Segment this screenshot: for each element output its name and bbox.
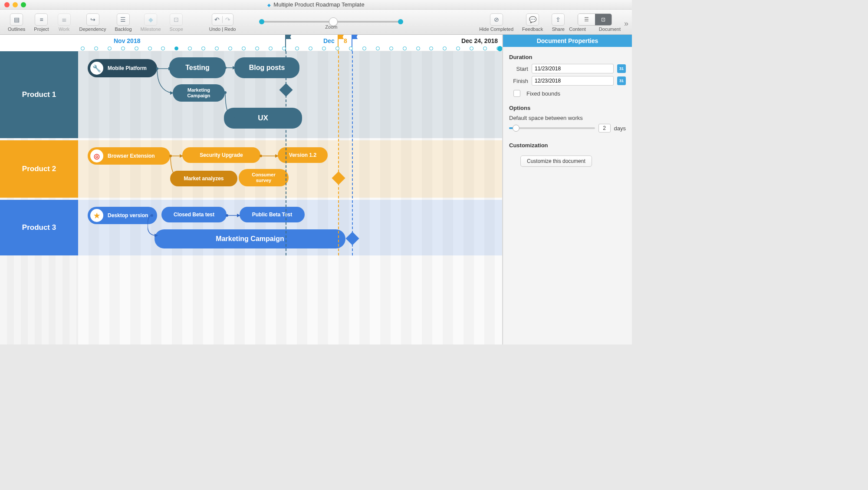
timeline-ticks	[78, 46, 502, 50]
milestone-button[interactable]: ◆Milestone	[136, 13, 165, 32]
timeline-tick[interactable]	[121, 46, 125, 50]
timeline-tick[interactable]	[443, 46, 447, 50]
spacing-label: Default space between works	[509, 115, 626, 121]
maximize-window-icon[interactable]	[21, 2, 26, 7]
hide-completed-button[interactable]: ⊘Hide Completed	[475, 13, 518, 32]
task-blog-posts[interactable]: Blog posts	[234, 57, 299, 78]
task-mobile-platform[interactable]: 🔧 Mobile Platform	[88, 59, 157, 77]
task-browser-extension[interactable]: ◎ Browser Extension	[88, 147, 170, 165]
finish-date-input[interactable]	[532, 76, 614, 86]
zoom-slider[interactable]: Zoom	[253, 15, 409, 30]
timeline-tick[interactable]	[362, 46, 366, 50]
timeline-tick[interactable]	[335, 46, 339, 50]
fixed-bounds-checkbox[interactable]	[513, 90, 520, 97]
scope-icon: ⊡	[170, 13, 183, 26]
timeline-tick[interactable]	[376, 46, 380, 50]
timeline-tick[interactable]	[81, 46, 85, 50]
dependency-button[interactable]: ↪Dependency	[75, 13, 111, 32]
work-icon: ≣	[58, 13, 71, 26]
task-desktop-version[interactable]: ★ Desktop version	[88, 207, 157, 224]
timeline-end-tick[interactable]	[497, 46, 503, 51]
swimlane-product-2[interactable]: Product 2	[0, 140, 78, 198]
timeline-tick[interactable]	[403, 46, 407, 50]
spacing-thumb[interactable]	[513, 125, 519, 132]
backlog-button[interactable]: ☰Backlog	[110, 13, 136, 32]
lane-product-1: 🔧 Mobile Platform Testing Blog posts Mar…	[78, 51, 502, 138]
target-icon: ◎	[90, 149, 103, 162]
timeline-tick[interactable]	[309, 46, 312, 50]
timeline-tick[interactable]	[242, 46, 246, 50]
start-calendar-icon[interactable]: 31	[617, 64, 626, 73]
milestone-flag-blue[interactable]	[352, 35, 358, 43]
timeline-tick[interactable]	[349, 46, 353, 50]
finish-label: Finish	[509, 78, 528, 84]
seg-content[interactable]: ☰	[578, 14, 595, 25]
window-title: Multiple Product Roadmap Template	[0, 1, 632, 8]
task-market-analyzes[interactable]: Market analyzes	[170, 171, 237, 186]
work-button[interactable]: ≣Work	[53, 13, 75, 32]
star-icon: ★	[90, 209, 103, 222]
timeline-tick[interactable]	[94, 46, 98, 50]
timeline-tick[interactable]	[174, 46, 178, 50]
timeline-tick[interactable]	[228, 46, 232, 50]
timeline-tick[interactable]	[161, 46, 165, 50]
milestone-flag-teal[interactable]	[285, 35, 292, 43]
milestone-icon: ◆	[144, 13, 157, 26]
timeline-tick[interactable]	[282, 46, 286, 50]
timeline-tick[interactable]	[135, 46, 138, 50]
timeline-tick[interactable]	[108, 46, 112, 50]
scope-button[interactable]: ⊡Scope	[165, 13, 187, 32]
task-public-beta[interactable]: Public Beta Test	[240, 207, 305, 222]
share-button[interactable]: ⇪Share	[547, 13, 569, 32]
swimlane-product-1[interactable]: Product 1	[0, 51, 78, 138]
task-marketing-campaign-1[interactable]: MarketingCampaign	[173, 84, 225, 102]
timeline-tick[interactable]	[429, 46, 433, 50]
timeline-tick[interactable]	[470, 46, 473, 50]
finish-calendar-icon[interactable]: 31	[617, 76, 626, 85]
feedback-button[interactable]: 💬Feedback	[518, 13, 547, 32]
timeline-tick[interactable]	[483, 46, 487, 50]
task-security-upgrade[interactable]: Security Upgrade	[182, 147, 260, 163]
spacing-unit: days	[614, 125, 626, 132]
overflow-icon[interactable]: »	[624, 19, 628, 28]
timeline-tick[interactable]	[148, 46, 152, 50]
customize-button[interactable]: Customize this document	[520, 156, 592, 167]
zoom-thumb[interactable]	[329, 17, 338, 26]
milestone-flag-orange-label: 8	[344, 37, 347, 44]
task-consumer-survey[interactable]: Consumersurvey	[239, 169, 289, 186]
customization-heading: Customization	[509, 142, 626, 149]
spacing-value[interactable]: 2	[598, 124, 611, 132]
swimlane-labels: Product 1 Product 2 Product 3	[0, 35, 78, 344]
timeline-tick[interactable]	[215, 46, 219, 50]
swimlane-product-3[interactable]: Product 3	[0, 200, 78, 255]
minimize-window-icon[interactable]	[13, 2, 18, 7]
timeline-tick[interactable]	[322, 46, 326, 50]
task-testing[interactable]: Testing	[169, 57, 226, 78]
task-marketing-campaign-3[interactable]: Marketing Campaign	[155, 229, 345, 248]
outlines-button[interactable]: ▤Outlines	[3, 13, 30, 32]
timeline-tick[interactable]	[295, 46, 299, 50]
timeline-tick[interactable]	[416, 46, 420, 50]
seg-document[interactable]: ⊡	[595, 14, 612, 25]
task-closed-beta[interactable]: Closed Beta test	[161, 207, 227, 222]
timeline-tick[interactable]	[188, 46, 192, 50]
undo-redo-button[interactable]: ↶↷ Undo | Redo	[205, 13, 240, 32]
start-date-input[interactable]	[532, 64, 614, 73]
task-ux[interactable]: UX	[224, 108, 302, 129]
timeline-tick[interactable]	[269, 46, 273, 50]
project-icon: ≡	[35, 13, 48, 26]
fixed-bounds-label: Fixed bounds	[526, 90, 560, 97]
spacing-slider[interactable]	[509, 127, 595, 129]
feedback-icon: 💬	[526, 13, 539, 26]
timeline-tick[interactable]	[255, 46, 259, 50]
undo-redo-icon: ↶↷	[212, 13, 233, 26]
timeline-tick[interactable]	[201, 46, 205, 50]
timeline-tick[interactable]	[389, 46, 393, 50]
roadmap-canvas[interactable]: Nov 2018 Dec Dec 24, 2018 8 🔧 Mobile Pla…	[78, 35, 503, 344]
timeline-header[interactable]: Nov 2018 Dec Dec 24, 2018 8	[78, 35, 502, 51]
panel-mode-segment[interactable]: ☰ ⊡	[578, 13, 612, 26]
project-button[interactable]: ≡Project	[30, 13, 53, 32]
timeline-tick[interactable]	[456, 46, 460, 50]
close-window-icon[interactable]	[4, 2, 10, 7]
share-icon: ⇪	[552, 13, 565, 26]
